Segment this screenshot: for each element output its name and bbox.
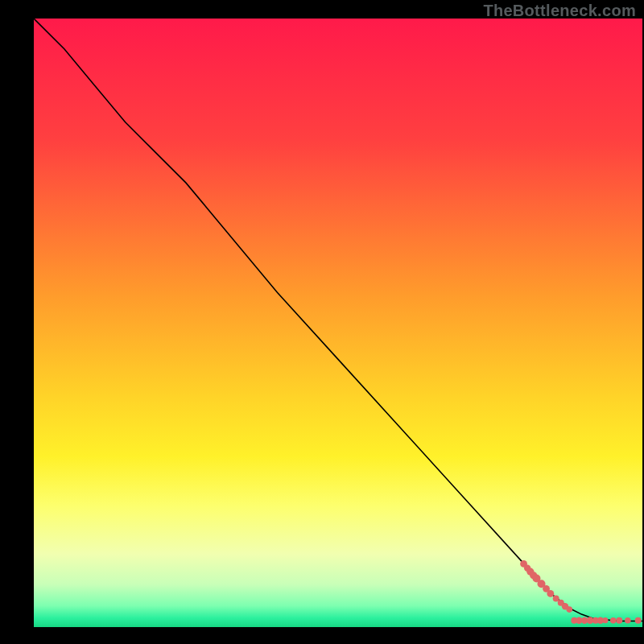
data-point bbox=[635, 617, 642, 624]
data-point bbox=[553, 595, 559, 601]
data-point bbox=[616, 617, 622, 624]
gradient-background bbox=[34, 19, 642, 627]
data-point bbox=[566, 606, 572, 613]
data-point bbox=[602, 617, 608, 623]
data-point bbox=[625, 617, 631, 624]
chart-container: TheBottleneck.com bbox=[0, 0, 644, 644]
watermark-text: TheBottleneck.com bbox=[483, 2, 636, 20]
data-point bbox=[610, 617, 617, 624]
chart-svg bbox=[34, 19, 642, 627]
data-point bbox=[547, 590, 554, 597]
